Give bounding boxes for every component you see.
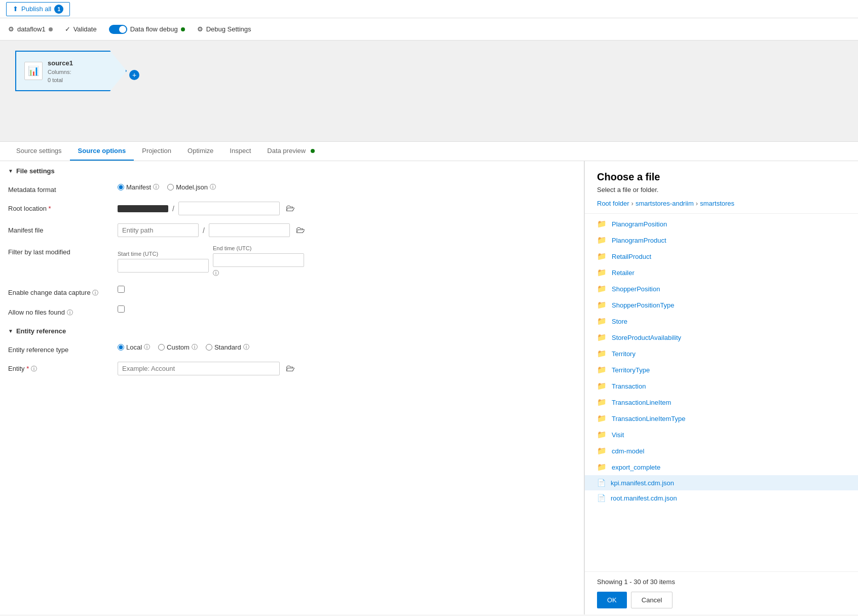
source-node-title: source1 bbox=[48, 59, 73, 67]
file-chooser-panel: Choose a file Select a file or folder. R… bbox=[584, 161, 858, 614]
folder-icon: 📁 bbox=[597, 236, 607, 245]
custom-info-icon: ⓘ bbox=[192, 343, 198, 352]
root-location-row: Root location * / smartstores 🗁 bbox=[0, 198, 584, 219]
breadcrumb-account[interactable]: smartstores-andriim bbox=[636, 200, 694, 207]
folder-icon: 📁 bbox=[597, 252, 607, 261]
no-files-info-icon: ⓘ bbox=[67, 309, 73, 316]
folder-icon: 📁 bbox=[597, 381, 607, 391]
debug-toggle[interactable]: Data flow debug bbox=[109, 25, 185, 34]
list-item[interactable]: 📁TransactionLineItemType bbox=[585, 410, 858, 427]
start-time-input[interactable] bbox=[118, 259, 209, 273]
validate-button[interactable]: ✓ Validate bbox=[65, 25, 97, 33]
ok-button[interactable]: OK bbox=[597, 592, 627, 608]
entity-browse-button[interactable]: 🗁 bbox=[284, 363, 297, 374]
file-icon: 📄 bbox=[597, 479, 606, 487]
manifest-file-controls: / kpi 🗁 bbox=[118, 223, 576, 237]
validate-label: Validate bbox=[73, 25, 97, 33]
list-item[interactable]: 📁Territory bbox=[585, 345, 858, 362]
tab-source-options[interactable]: Source options bbox=[70, 142, 134, 161]
tab-optimize[interactable]: Optimize bbox=[179, 142, 221, 161]
root-location-input2[interactable]: smartstores bbox=[178, 202, 280, 215]
file-chooser-subtitle: Select a file or folder. bbox=[597, 186, 846, 194]
debug-status-dot bbox=[181, 27, 185, 31]
list-item[interactable]: 📁RetailProduct bbox=[585, 248, 858, 264]
list-item-name: Visit bbox=[612, 431, 624, 439]
main-layout: ▼ File settings Metadata format Manifest… bbox=[0, 161, 858, 614]
tab-data-preview[interactable]: Data preview bbox=[259, 142, 323, 161]
list-item[interactable]: 📁PlanogramPosition bbox=[585, 216, 858, 232]
settings-icon: ⚙ bbox=[197, 25, 203, 33]
tab-inspect[interactable]: Inspect bbox=[221, 142, 259, 161]
tabs-bar: Source settings Source options Projectio… bbox=[0, 142, 858, 161]
top-bar: ⬆ Publish all 1 bbox=[0, 0, 858, 18]
list-item[interactable]: 📁TransactionLineItem bbox=[585, 394, 858, 410]
metadata-format-controls: Manifest ⓘ Model.json ⓘ bbox=[118, 183, 576, 191]
canvas-area: 📊 source1 Columns: 0 total + bbox=[0, 41, 858, 142]
list-item[interactable]: 📁export_complete bbox=[585, 459, 858, 475]
list-item[interactable]: 📁Store bbox=[585, 313, 858, 329]
allow-no-files-checkbox[interactable] bbox=[118, 305, 125, 313]
model-json-label: Model.json bbox=[176, 183, 208, 191]
entity-reference-header[interactable]: ▼ Entity reference bbox=[0, 321, 584, 339]
root-location-input1[interactable] bbox=[118, 205, 168, 212]
list-item-name: TerritoryType bbox=[612, 366, 650, 374]
list-item-name: PlanogramPosition bbox=[612, 220, 667, 228]
list-item[interactable]: 📁ShopperPosition bbox=[585, 281, 858, 297]
form-panel: ▼ File settings Metadata format Manifest… bbox=[0, 161, 584, 614]
enable-cdc-controls bbox=[118, 286, 576, 293]
root-location-browse-button[interactable]: 🗁 bbox=[284, 203, 297, 214]
list-item-name: Transaction bbox=[612, 382, 646, 390]
cancel-button[interactable]: Cancel bbox=[631, 592, 673, 608]
debug-label: Data flow debug bbox=[130, 25, 178, 33]
entity-ref-type-label: Entity reference type bbox=[8, 343, 109, 354]
add-node-button[interactable]: + bbox=[129, 70, 139, 80]
manifest-entity-path-input[interactable] bbox=[118, 223, 199, 237]
entity-ref-type-controls: Local ⓘ Custom ⓘ Standard ⓘ bbox=[118, 343, 576, 352]
list-item[interactable]: 📁PlanogramProduct bbox=[585, 232, 858, 248]
list-item[interactable]: 📁ShopperPositionType bbox=[585, 297, 858, 313]
manifest-browse-button[interactable]: 🗁 bbox=[294, 225, 307, 236]
source-node-icon: 📊 bbox=[24, 62, 43, 80]
source-node-columns-label: Columns: bbox=[48, 69, 73, 75]
file-icon: 📄 bbox=[597, 494, 606, 502]
custom-radio[interactable]: Custom ⓘ bbox=[158, 343, 198, 352]
list-item[interactable]: 📁TerritoryType bbox=[585, 362, 858, 378]
breadcrumb: Root folder › smartstores-andriim › smar… bbox=[597, 200, 846, 207]
breadcrumb-root[interactable]: Root folder bbox=[597, 200, 629, 207]
model-json-radio[interactable]: Model.json ⓘ bbox=[167, 183, 216, 191]
list-item[interactable]: 📁cdm-model bbox=[585, 443, 858, 459]
local-info-icon: ⓘ bbox=[144, 343, 150, 352]
list-item[interactable]: 📁StoreProductAvailability bbox=[585, 329, 858, 345]
tab-source-settings[interactable]: Source settings bbox=[8, 142, 70, 161]
list-item-name: ShopperPosition bbox=[612, 285, 660, 293]
list-item[interactable]: 📁Visit bbox=[585, 427, 858, 443]
end-time-input[interactable] bbox=[213, 253, 304, 267]
list-item[interactable]: 📄kpi.manifest.cdm.json bbox=[585, 475, 858, 490]
file-chooser-header: Choose a file Select a file or folder. R… bbox=[585, 161, 858, 214]
entity-required-star: * bbox=[26, 365, 29, 372]
folder-icon: 📁 bbox=[597, 349, 607, 358]
enable-cdc-checkbox[interactable] bbox=[118, 286, 125, 293]
folder-icon: 📁 bbox=[597, 414, 607, 423]
file-settings-header[interactable]: ▼ File settings bbox=[0, 161, 584, 179]
list-item[interactable]: 📁Transaction bbox=[585, 378, 858, 394]
list-item-name: root.manifest.cdm.json bbox=[611, 494, 677, 502]
local-radio[interactable]: Local ⓘ bbox=[118, 343, 150, 352]
debug-settings-button[interactable]: ⚙ Debug Settings bbox=[197, 25, 251, 33]
manifest-kpi-input[interactable]: kpi bbox=[209, 223, 290, 237]
footer-buttons: OK Cancel bbox=[597, 592, 846, 608]
tab-projection[interactable]: Projection bbox=[134, 142, 179, 161]
list-item[interactable]: 📁Retailer bbox=[585, 264, 858, 281]
manifest-radio[interactable]: Manifest ⓘ bbox=[118, 183, 159, 191]
metadata-format-label: Metadata format bbox=[8, 183, 109, 194]
metadata-radio-group: Manifest ⓘ Model.json ⓘ bbox=[118, 183, 216, 191]
standard-radio[interactable]: Standard ⓘ bbox=[206, 343, 249, 352]
folder-icon: 📁 bbox=[597, 268, 607, 277]
list-item[interactable]: 📄root.manifest.cdm.json bbox=[585, 490, 858, 506]
manifest-info-icon: ⓘ bbox=[153, 183, 159, 191]
source-node[interactable]: 📊 source1 Columns: 0 total bbox=[15, 51, 127, 91]
folder-icon: 📁 bbox=[597, 398, 607, 407]
toggle-control[interactable] bbox=[109, 25, 127, 34]
entity-input[interactable] bbox=[118, 362, 280, 375]
publish-all-button[interactable]: ⬆ Publish all 1 bbox=[6, 2, 70, 16]
